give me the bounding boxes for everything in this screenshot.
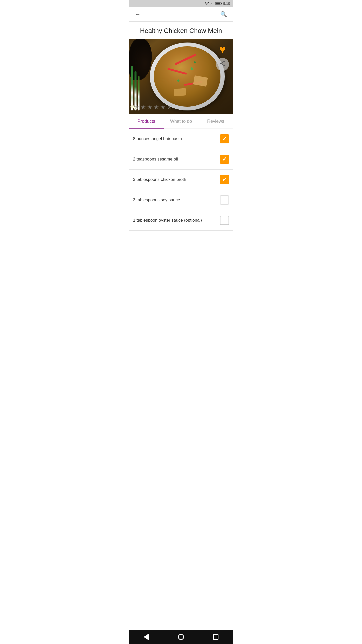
ingredient-item-5: 1 tablespoon oyster sauce (optional): [129, 210, 233, 231]
svg-text:✕: ✕: [210, 2, 213, 5]
ingredient-text-2: 2 teaspoons sesame oil: [133, 157, 220, 162]
share-icon: [219, 60, 226, 68]
ingredients-list: 8 ounces angel hair pasta 2 teaspoons se…: [129, 129, 233, 231]
ingredient-item-1: 8 ounces angel hair pasta: [129, 129, 233, 149]
svg-rect-3: [215, 3, 220, 5]
ingredient-checkbox-4[interactable]: [220, 195, 229, 205]
share-button[interactable]: [216, 58, 229, 71]
tab-reviews[interactable]: Reviews: [198, 114, 233, 129]
ingredient-item-3: 3 tablespoons chicken broth: [129, 170, 233, 190]
nav-bar: ← 🔍: [129, 7, 233, 22]
ingredient-checkbox-3[interactable]: [220, 175, 229, 184]
status-time: 9:10: [223, 2, 230, 6]
back-button[interactable]: ←: [133, 9, 143, 20]
svg-rect-2: [221, 3, 222, 4]
rating-count: (0): [168, 105, 173, 109]
rating-area: ★ ★ ★ ★ ★ (0): [134, 104, 173, 111]
ingredient-text-3: 3 tablespoons chicken broth: [133, 177, 220, 182]
recipe-title: Healthy Chicken Chow Mein: [129, 22, 233, 39]
heart-icon: ♥: [219, 43, 226, 56]
ingredient-checkbox-2[interactable]: [220, 155, 229, 164]
star-2[interactable]: ★: [141, 104, 146, 111]
status-icons: ✕ 9:10: [205, 2, 230, 6]
ingredient-text-4: 3 tablespoons soy sauce: [133, 197, 220, 203]
recipe-image-container: ★ ★ ★ ★ ★ (0) ♥: [129, 39, 233, 114]
tab-products[interactable]: Products: [129, 114, 164, 129]
status-bar: ✕ 9:10: [129, 0, 233, 7]
star-5[interactable]: ★: [160, 104, 166, 111]
ingredient-item-4: 3 tablespoons soy sauce: [129, 190, 233, 210]
search-button[interactable]: 🔍: [218, 9, 229, 20]
star-3[interactable]: ★: [147, 104, 153, 111]
ingredient-checkbox-1[interactable]: [220, 134, 229, 143]
favorite-button[interactable]: ♥: [216, 43, 229, 56]
ingredient-text-5: 1 tablespoon oyster sauce (optional): [133, 218, 220, 223]
ingredient-item-2: 2 teaspoons sesame oil: [129, 149, 233, 170]
image-actions: ♥: [216, 43, 229, 71]
star-4[interactable]: ★: [154, 104, 159, 111]
ingredient-checkbox-5[interactable]: [220, 216, 229, 225]
star-1[interactable]: ★: [134, 104, 140, 111]
tabs-container: Products What to do Reviews: [129, 114, 233, 129]
tab-what-to-do[interactable]: What to do: [164, 114, 198, 129]
ingredient-text-1: 8 ounces angel hair pasta: [133, 136, 220, 141]
